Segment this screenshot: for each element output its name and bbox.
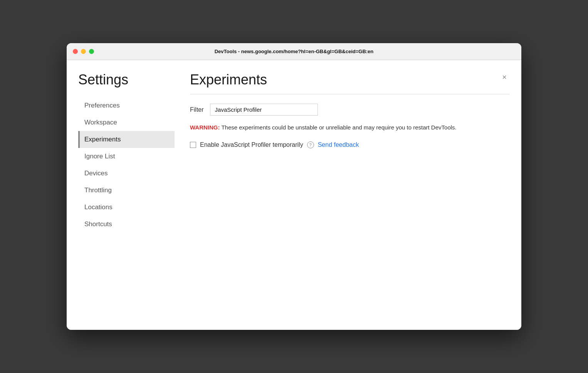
sidebar: Settings Preferences Workspace Experimen… — [78, 72, 175, 318]
send-feedback-link[interactable]: Send feedback — [318, 141, 359, 148]
sidebar-item-preferences[interactable]: Preferences — [78, 97, 175, 114]
experiment-label: Enable JavaScript Profiler temporarily — [200, 141, 303, 148]
js-profiler-checkbox[interactable] — [190, 142, 196, 148]
warning-label: WARNING: — [190, 124, 220, 131]
divider — [190, 94, 510, 94]
window-title: DevTools - news.google.com/home?hl=en-GB… — [215, 49, 374, 54]
main-header: Experiments × — [190, 72, 510, 88]
main-content: Experiments × Filter WARNING: These expe… — [175, 72, 510, 318]
title-bar: DevTools - news.google.com/home?hl=en-GB… — [67, 43, 521, 60]
window-content: Settings Preferences Workspace Experimen… — [67, 60, 521, 330]
section-title: Experiments — [190, 72, 267, 88]
sidebar-title: Settings — [78, 72, 175, 88]
maximize-traffic-light[interactable] — [89, 49, 94, 54]
sidebar-item-devices[interactable]: Devices — [78, 165, 175, 182]
close-traffic-light[interactable] — [73, 49, 78, 54]
sidebar-item-locations[interactable]: Locations — [78, 199, 175, 216]
help-icon[interactable]: ? — [307, 141, 314, 148]
warning-body: These experiments could be unstable or u… — [220, 124, 457, 131]
sidebar-item-ignore-list[interactable]: Ignore List — [78, 148, 175, 165]
close-button[interactable]: × — [499, 72, 510, 82]
sidebar-item-workspace[interactable]: Workspace — [78, 114, 175, 131]
devtools-window: DevTools - news.google.com/home?hl=en-GB… — [67, 43, 521, 330]
sidebar-nav: Preferences Workspace Experiments Ignore… — [78, 97, 175, 233]
minimize-traffic-light[interactable] — [81, 49, 86, 54]
settings-container: Settings Preferences Workspace Experimen… — [67, 60, 521, 330]
filter-row: Filter — [190, 104, 510, 116]
sidebar-item-experiments[interactable]: Experiments — [78, 131, 175, 148]
warning-text: WARNING: These experiments could be unst… — [190, 123, 510, 132]
filter-label: Filter — [190, 106, 204, 113]
traffic-lights — [73, 49, 94, 54]
filter-input[interactable] — [210, 104, 318, 116]
sidebar-item-throttling[interactable]: Throttling — [78, 182, 175, 199]
sidebar-item-shortcuts[interactable]: Shortcuts — [78, 216, 175, 233]
experiment-row: Enable JavaScript Profiler temporarily ?… — [190, 141, 510, 148]
